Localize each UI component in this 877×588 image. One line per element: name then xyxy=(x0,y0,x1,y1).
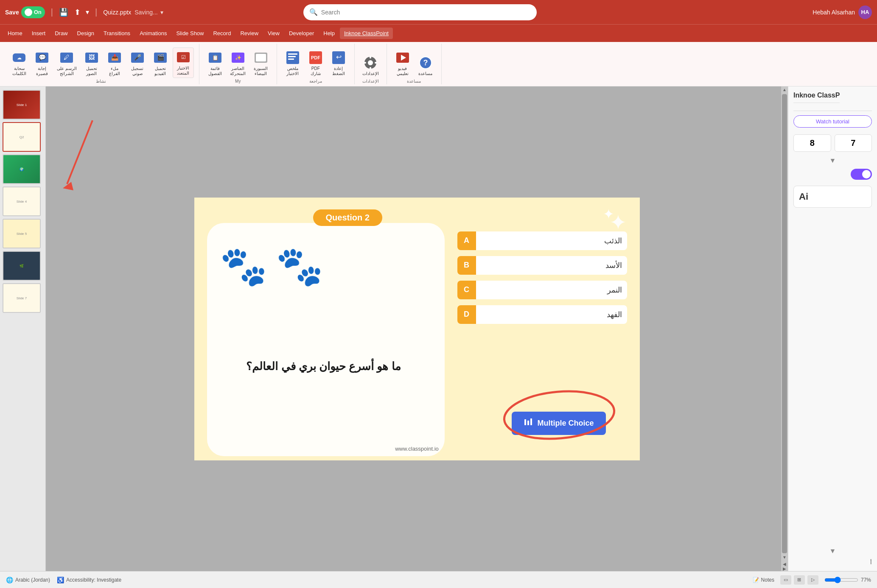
svg-text:🖊: 🖊 xyxy=(64,54,70,61)
ribbon-btn-pdf-share[interactable]: PDF PDFشارك xyxy=(305,48,326,78)
ribbon-btn-settings[interactable]: الإعدادات xyxy=(360,53,381,78)
ribbon-btn-video-help[interactable]: فيديوتعليمي xyxy=(392,48,413,78)
slide-thumb-5[interactable]: Slide 5 xyxy=(3,219,41,248)
fill-blank-icon: 📥 xyxy=(107,50,122,65)
draw-icon: 🖊 xyxy=(59,50,74,65)
quick-access-icon-1[interactable]: 💾 xyxy=(59,8,68,17)
view-buttons: ▭ ⊞ ▷ xyxy=(780,575,818,585)
menu-view[interactable]: View xyxy=(263,28,284,39)
menu-home[interactable]: Home xyxy=(3,28,27,39)
slide-thumb-7[interactable]: Slide 7 xyxy=(3,283,41,313)
status-right: 📝 Notes ▭ ⊞ ▷ 77% xyxy=(753,575,871,585)
ribbon-btn-draw[interactable]: 🖊 الرسم علىالشرائح xyxy=(54,48,79,78)
menu-design[interactable]: Design xyxy=(73,28,98,39)
svg-text:📥: 📥 xyxy=(111,54,118,61)
quick-access-icon-2[interactable]: ⬆ xyxy=(74,8,81,17)
fill-blank-label: ملءالفراغ xyxy=(109,66,120,76)
ribbon-btn-word-cloud[interactable]: ☁ سحابةالكلمات xyxy=(8,48,30,78)
vertical-scrollbar[interactable]: ▲ ▼ ◀ ▶ xyxy=(781,86,788,571)
toggle-circle xyxy=(25,8,32,16)
bottom-dropdown-arrow[interactable]: ▼ xyxy=(793,547,872,555)
ribbon-btn-upload-video[interactable]: 🎬 تحميلالفيديو xyxy=(150,48,171,78)
status-bar: 🌐 Arabic (Jordan) ♿ Accessibility: Inves… xyxy=(0,571,877,588)
user-avatar[interactable]: HA xyxy=(858,6,872,19)
ribbon-btn-redo[interactable]: ↩ إعادةالضغط xyxy=(328,48,349,78)
status-accessibility[interactable]: ♿ Accessibility: Investigate xyxy=(57,577,121,583)
menu-slideshow[interactable]: Slide Show xyxy=(172,28,208,39)
autosave-toggle[interactable]: On xyxy=(21,6,45,18)
dropdown-arrow[interactable]: ▼ xyxy=(793,157,872,164)
voice-label: تسجيلصوتي xyxy=(131,66,143,76)
ribbon-btn-whiteboard[interactable]: السبورةالبيضاء xyxy=(250,48,272,78)
search-input[interactable] xyxy=(321,9,531,16)
mc-btn-label: Multiple Choice xyxy=(537,419,594,428)
zoom-slider[interactable] xyxy=(824,577,858,583)
separator-1: | xyxy=(51,7,53,17)
grid-view-btn[interactable]: ⊞ xyxy=(794,575,805,585)
ribbon-btn-animated[interactable]: ✨ العناصرالمتحركة xyxy=(227,48,249,78)
slide-content: ✦ ✦ ✦ Question 2 🐾 🐾 ما هو أسرع حيوان بر… xyxy=(194,198,640,460)
menu-transitions[interactable]: Transitions xyxy=(99,28,134,39)
menu-draw[interactable]: Draw xyxy=(50,28,72,39)
draw-label: الرسم علىالشرائح xyxy=(57,66,77,76)
ribbon-btn-mc[interactable]: ☑ الاختيارالمتعدد xyxy=(173,47,194,78)
ribbon-btn-short-answer[interactable]: 💬 إجابةقصيرة xyxy=(31,48,53,78)
notes-button[interactable]: 📝 Notes xyxy=(753,577,774,583)
slide-thumb-2[interactable]: Q2 xyxy=(3,122,41,152)
slide-thumb-4[interactable]: Slide 4 xyxy=(3,187,41,216)
upload-video-label: تحميلالفيديو xyxy=(154,66,166,76)
slide-thumb-6[interactable]: 🌿 xyxy=(3,251,41,281)
ribbon-btn-fill-blank[interactable]: 📥 ملءالفراغ xyxy=(104,48,125,78)
help-label: مساعدة xyxy=(418,71,432,76)
answer-text-c: النمر xyxy=(476,281,627,299)
short-answer-icon: 💬 xyxy=(34,50,50,65)
question-badge: Question 2 xyxy=(313,209,382,226)
slide-thumb-1[interactable]: Slide 1 xyxy=(3,90,41,120)
quiz-summary-icon xyxy=(285,50,300,65)
menu-developer[interactable]: Developer xyxy=(285,28,318,39)
multiple-choice-button[interactable]: Multiple Choice xyxy=(512,412,605,435)
ribbon-btn-help[interactable]: ? مساعدة xyxy=(415,53,436,78)
toggle-switch[interactable] xyxy=(851,169,872,180)
menu-animations[interactable]: Animations xyxy=(135,28,171,39)
red-arrow-annotation xyxy=(59,116,109,201)
answer-text-b: الأسد xyxy=(476,256,627,275)
title-bar: Save On | 💾 ⬆ ▾ | Quizz.pptx Saving... ▾… xyxy=(0,0,877,24)
counter-row: 8 7 xyxy=(793,134,872,152)
user-name: Hebah Alsarhan xyxy=(813,9,855,16)
svg-rect-23 xyxy=(288,53,297,55)
file-dropdown-arrow[interactable]: ▾ xyxy=(160,9,163,16)
my-group-label: My xyxy=(235,78,241,84)
toggle-label: On xyxy=(34,9,42,15)
menu-help[interactable]: Help xyxy=(319,28,339,39)
watch-tutorial-button[interactable]: Watch tutorial xyxy=(793,115,872,128)
svg-rect-21 xyxy=(256,54,266,61)
ribbon-btn-quiz-summary[interactable]: ملخصالاختبار xyxy=(282,48,303,78)
normal-view-btn[interactable]: ▭ xyxy=(780,575,791,585)
right-panel-title: Inknoe ClassP xyxy=(793,92,840,103)
svg-rect-25 xyxy=(288,59,294,60)
redo-label: إعادةالضغط xyxy=(332,66,345,76)
quiz-summary-label: ملخصالاختبار xyxy=(286,66,299,76)
svg-rect-35 xyxy=(375,62,377,64)
ribbon-group-review: ملخصالاختبار PDF PDFشارك ↩ إعادةالضغط مر… xyxy=(277,44,355,84)
counter-right: 7 xyxy=(835,134,872,152)
slideshow-view-btn[interactable]: ▷ xyxy=(807,575,818,585)
ribbon-items-review: ملخصالاختبار PDF PDFشارك ↩ إعادةالضغط xyxy=(282,45,349,78)
toggle-row xyxy=(793,166,872,182)
slide-thumb-3[interactable]: 🌍 xyxy=(3,154,41,184)
menu-record[interactable]: Record xyxy=(209,28,235,39)
svg-rect-44 xyxy=(530,418,532,425)
quick-access-dropdown[interactable]: ▾ xyxy=(86,8,89,16)
ribbon-btn-voice[interactable]: 🎤 تسجيلصوتي xyxy=(127,48,148,78)
menu-insert[interactable]: Insert xyxy=(28,28,50,39)
menu-review[interactable]: Review xyxy=(236,28,263,39)
ribbon: ☁ سحابةالكلمات 💬 إجابةقصيرة 🖊 الرسم علىا… xyxy=(0,42,877,86)
status-language: 🌐 Arabic (Jordan) xyxy=(6,577,50,583)
ribbon-btn-class-list[interactable]: 📋 قائمةالفصول xyxy=(205,48,226,78)
svg-text:✨: ✨ xyxy=(235,54,241,61)
paw-left: 🐾 xyxy=(220,244,267,289)
ribbon-btn-upload-images[interactable]: 🖼 تحميلالصور xyxy=(81,48,102,78)
svg-marker-41 xyxy=(63,182,73,190)
menu-classpoint[interactable]: Inknoe ClassPoint xyxy=(340,28,393,39)
